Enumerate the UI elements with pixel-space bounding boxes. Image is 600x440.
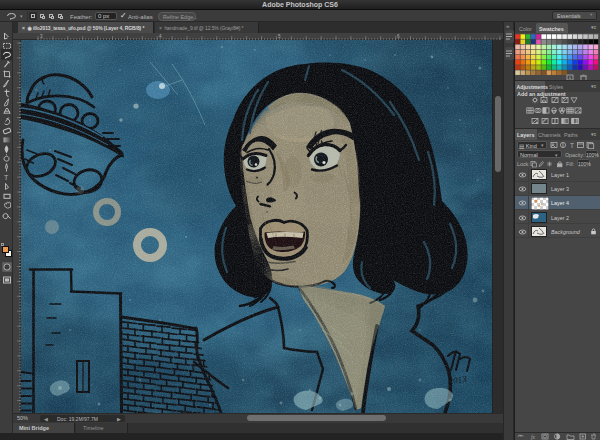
svg-text:5: 5 <box>278 34 281 39</box>
svg-text:4: 4 <box>159 34 162 39</box>
svg-text:T: T <box>4 174 9 181</box>
svg-text:T: T <box>570 142 574 149</box>
svg-text:fx: fx <box>531 434 536 440</box>
svg-text:3: 3 <box>40 34 43 39</box>
svg-text:6: 6 <box>397 34 400 39</box>
